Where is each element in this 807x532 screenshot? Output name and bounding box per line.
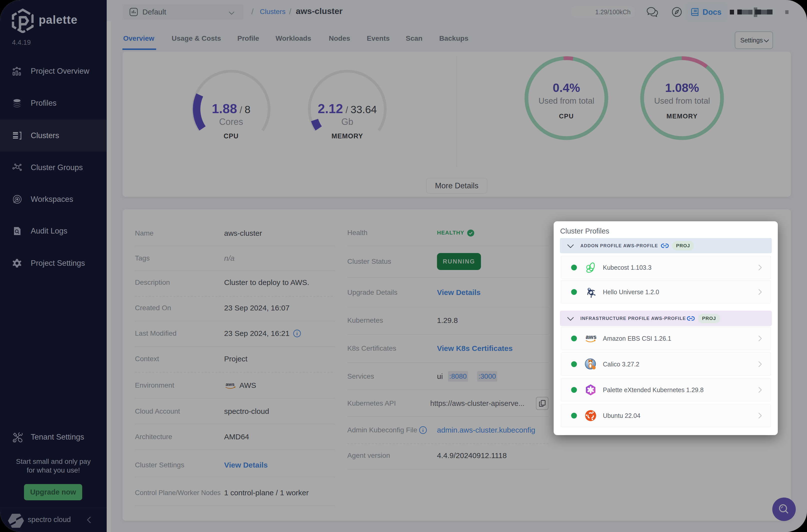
svg-text:aws: aws — [586, 334, 596, 340]
